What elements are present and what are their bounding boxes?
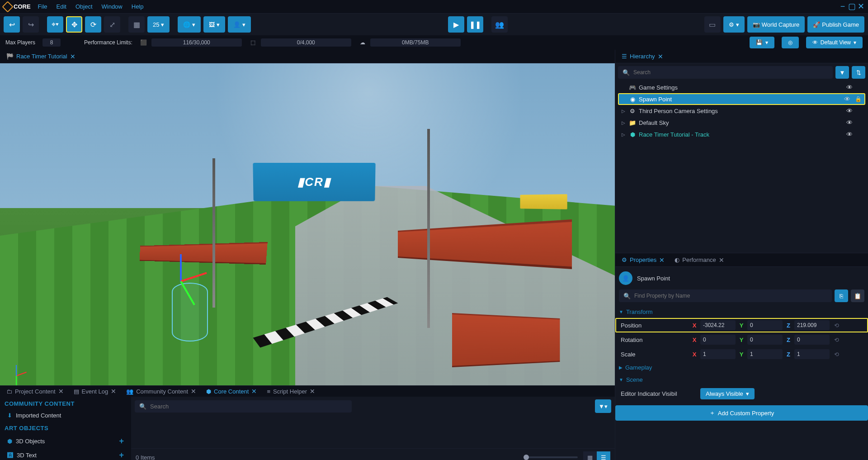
close-tab-icon[interactable]: ✕ [70, 53, 75, 60]
content-search[interactable]: 🔍 [135, 400, 352, 413]
expand-icon[interactable]: ▷ [622, 120, 626, 125]
visibility-icon[interactable]: 👁 [846, 131, 853, 138]
tab-core-content[interactable]: ⬢Core Content✕ [202, 386, 261, 397]
visibility-icon[interactable]: 👁 [846, 107, 853, 114]
section-gameplay[interactable]: ▶Gameplay [615, 361, 868, 374]
tab-properties[interactable]: ⚙Properties✕ [617, 255, 669, 266]
property-search-input[interactable] [634, 293, 827, 299]
reset-icon[interactable]: ⟲ [834, 337, 839, 343]
cast-button[interactable]: ▭ [704, 16, 721, 33]
content-search-input[interactable] [150, 403, 347, 410]
scale-y-input[interactable] [747, 349, 783, 359]
default-view-dropdown[interactable]: 👁 Default View ▾ [806, 37, 863, 48]
hierarchy-search[interactable]: 🔍 [618, 66, 833, 79]
tree-race-track[interactable]: ▷⬢ Race Timer Tutorial - Track 👁 [618, 128, 865, 140]
avatar-dropdown[interactable]: 👤 ▾ [228, 16, 251, 33]
expand-icon[interactable]: ▷ [622, 132, 626, 137]
tab-community-content[interactable]: 👥Community Content✕ [122, 386, 201, 397]
terrain-dropdown[interactable]: 🖼 ▾ [203, 16, 225, 33]
maximize-icon[interactable]: ▢ [848, 3, 855, 10]
snap-value-dropdown[interactable]: 25 ▾ [147, 16, 170, 33]
settings-dropdown[interactable]: ⚙ ▾ [723, 16, 745, 33]
rotation-x-input[interactable] [700, 335, 736, 345]
scale-z-input[interactable] [794, 349, 830, 359]
hierarchy-filter-button[interactable]: ▼ [835, 66, 849, 79]
publish-game-button[interactable]: 🚀 Publish Game [807, 16, 864, 33]
section-transform[interactable]: ▼Transform [615, 306, 868, 318]
viewport-3d[interactable]: ▮CR▮ [0, 63, 615, 385]
redo-button[interactable]: ↪ [23, 16, 39, 33]
close-icon[interactable]: ✕ [857, 3, 864, 10]
close-tab-icon[interactable]: ✕ [659, 256, 665, 264]
lock-icon[interactable]: 🔒 [855, 96, 862, 102]
reset-icon[interactable]: ⟲ [834, 351, 839, 358]
move-tool-button[interactable]: ✥ [66, 16, 82, 33]
tree-camera-settings[interactable]: ▷⚙ Third Person Camera Settings 👁 [618, 105, 865, 117]
thumbnail-size-slider[interactable] [524, 456, 578, 458]
expand-icon[interactable]: + [119, 436, 124, 446]
grid-view-button[interactable]: ▦ [583, 451, 597, 460]
save-view-dropdown[interactable]: 💾 ▾ [750, 37, 774, 48]
tab-performance[interactable]: ◐Performance✕ [670, 255, 728, 266]
menu-window[interactable]: Window [102, 3, 123, 10]
expand-icon[interactable]: ▷ [622, 109, 626, 114]
close-tab-icon[interactable]: ✕ [310, 388, 315, 395]
section-scene[interactable]: ▼Scene [615, 374, 868, 386]
close-tab-icon[interactable]: ✕ [111, 388, 116, 395]
view-target-button[interactable]: ◎ [782, 37, 799, 48]
sidebar-imported-content[interactable]: ⬇Imported Content [5, 410, 127, 421]
max-players-value[interactable]: 8 [42, 38, 61, 47]
rotation-y-input[interactable] [747, 335, 783, 345]
copy-properties-button[interactable]: ⎘ [835, 289, 848, 302]
grid-snap-button[interactable]: ▦ [128, 16, 145, 33]
hierarchy-sort-button[interactable]: ⇅ [852, 66, 865, 79]
close-tab-icon[interactable]: ✕ [719, 256, 724, 264]
menu-object[interactable]: Object [75, 3, 93, 10]
spawn-point-gizmo[interactable] [172, 283, 208, 341]
tab-script-helper[interactable]: ≡Script Helper✕ [262, 386, 320, 397]
rotate-tool-button[interactable]: ⟳ [85, 16, 101, 33]
undo-button[interactable]: ↩ [4, 16, 20, 33]
visibility-icon[interactable]: 👁 [846, 119, 853, 126]
minimize-icon[interactable]: − [839, 3, 846, 10]
viewport-tab[interactable]: 🏁 Race Timer Tutorial ✕ [2, 51, 80, 62]
add-custom-property-button[interactable]: ＋Add Custom Property [615, 405, 868, 421]
list-view-button[interactable]: ☰ [597, 451, 610, 460]
sidebar-3d-objects[interactable]: ⬢3D Objects+ [5, 434, 127, 448]
scale-tool-button[interactable]: ⤢ [104, 16, 120, 33]
close-tab-icon[interactable]: ✕ [58, 388, 64, 395]
tab-project-content[interactable]: 🗀Project Content✕ [2, 386, 68, 397]
close-tab-icon[interactable]: ✕ [658, 53, 663, 60]
tree-game-settings[interactable]: 🎮 Game Settings 👁 [618, 81, 865, 93]
sidebar-3d-text[interactable]: 🅰3D Text+ [5, 448, 127, 460]
hierarchy-search-input[interactable] [633, 69, 828, 76]
multiplayer-preview-button[interactable]: 👥 [491, 16, 508, 33]
tab-event-log[interactable]: ▤Event Log✕ [69, 386, 121, 397]
visibility-icon[interactable]: 👁 [844, 95, 850, 103]
menu-help[interactable]: Help [132, 3, 144, 10]
indicator-visibility-dropdown[interactable]: Always Visible ▾ [700, 388, 755, 399]
reset-icon[interactable]: ⟲ [834, 322, 839, 329]
world-space-dropdown[interactable]: 🌐 ▾ [178, 16, 201, 33]
tree-default-sky[interactable]: ▷📁 Default Sky 👁 [618, 117, 865, 128]
rotation-z-input[interactable] [794, 335, 830, 345]
pause-button[interactable]: ❚❚ [467, 16, 483, 33]
play-button[interactable]: ▶ [448, 16, 464, 33]
position-x-input[interactable] [700, 320, 736, 330]
world-capture-button[interactable]: 📷 World Capture [747, 16, 805, 33]
close-tab-icon[interactable]: ✕ [251, 388, 257, 395]
close-tab-icon[interactable]: ✕ [191, 388, 196, 395]
paste-properties-button[interactable]: 📋 [851, 289, 864, 302]
content-filter-dropdown[interactable]: ▼▾ [595, 399, 611, 413]
menu-file[interactable]: File [38, 3, 47, 10]
position-z-input[interactable] [794, 320, 830, 330]
tab-hierarchy[interactable]: ☰Hierarchy✕ [617, 51, 668, 62]
expand-icon[interactable]: + [119, 451, 124, 460]
menu-edit[interactable]: Edit [57, 3, 66, 10]
position-y-input[interactable] [747, 320, 783, 330]
tree-spawn-point[interactable]: ◉ Spawn Point 👁 🔒 [618, 93, 865, 105]
scale-x-input[interactable] [700, 349, 736, 359]
visibility-icon[interactable]: 👁 [846, 84, 853, 91]
select-tool-button[interactable]: ⌖▾ [47, 16, 63, 33]
property-search[interactable]: 🔍 [619, 289, 832, 302]
